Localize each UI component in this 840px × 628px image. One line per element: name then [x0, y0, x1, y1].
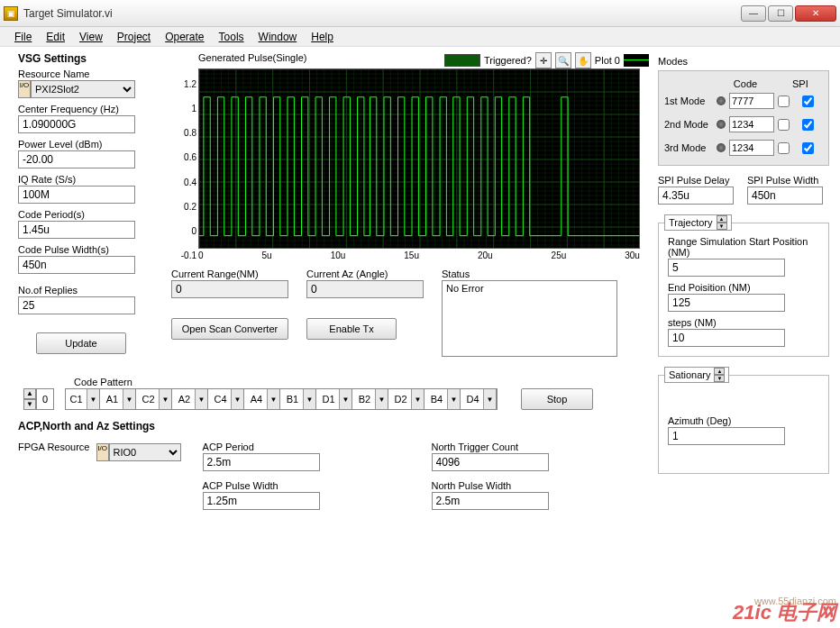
menu-edit[interactable]: Edit — [41, 29, 70, 45]
cp-item-3[interactable]: A2 — [174, 389, 196, 409]
resource-name-label: Resource Name — [18, 68, 171, 79]
cp-index[interactable]: 0 — [36, 388, 54, 410]
mode-label-1: 2nd Mode — [664, 119, 713, 130]
enable-tx-button[interactable]: Enable Tx — [306, 318, 397, 340]
traj-down[interactable]: ▼ — [717, 223, 727, 230]
cp-item-6[interactable]: B1 — [282, 389, 304, 409]
acp-period-label: ACP Period — [203, 441, 320, 452]
cp-item-5[interactable]: A4 — [246, 389, 268, 409]
cp-item-dd-11[interactable]: ▼ — [484, 389, 497, 409]
traj-end-input[interactable] — [668, 294, 785, 312]
pan-icon[interactable]: ✋ — [575, 52, 591, 68]
power-input[interactable] — [18, 150, 135, 168]
traj-start-input[interactable] — [668, 259, 785, 277]
cp-index-up[interactable]: ▲ — [23, 388, 36, 399]
cp-item-dd-6[interactable]: ▼ — [304, 389, 316, 409]
mode-chk-1[interactable] — [778, 119, 790, 131]
traj-steps-input[interactable] — [668, 329, 785, 347]
code-period-input[interactable] — [18, 221, 135, 239]
minimize-button[interactable]: — — [741, 5, 766, 22]
replies-input[interactable] — [18, 296, 135, 314]
code-pattern-label: Code Pattern — [74, 377, 645, 387]
menu-file[interactable]: File — [9, 29, 37, 45]
center-freq-label: Center Frequency (Hz) — [18, 104, 171, 114]
mode-label-0: 1st Mode — [664, 96, 713, 106]
acp-pw-input[interactable] — [203, 492, 320, 510]
pulse-chart[interactable] — [198, 68, 640, 249]
ntc-label: North Trigger Count — [432, 441, 549, 452]
traj-end-label: End Poisition (NM) — [668, 282, 819, 293]
window-title: Target Simulator.vi — [23, 7, 741, 20]
cp-item-2[interactable]: C2 — [138, 389, 160, 409]
stat-up[interactable]: ▲ — [714, 368, 725, 375]
maximize-button[interactable]: ☐ — [768, 5, 793, 22]
cp-item-dd-2[interactable]: ▼ — [160, 389, 172, 409]
stat-down[interactable]: ▼ — [714, 375, 725, 382]
update-button[interactable]: Update — [36, 332, 126, 354]
az-display — [306, 280, 424, 298]
scan-converter-button[interactable]: Open Scan Converter — [171, 318, 288, 340]
cp-item-dd-8[interactable]: ▼ — [376, 389, 388, 409]
cp-item-8[interactable]: B2 — [354, 389, 376, 409]
cp-item-9[interactable]: D2 — [390, 389, 412, 409]
mode-spi-0[interactable] — [802, 96, 814, 107]
close-button[interactable]: ✕ — [795, 5, 836, 22]
cp-item-7[interactable]: D1 — [318, 389, 340, 409]
ntc-input[interactable] — [432, 453, 549, 471]
mode-chk-2[interactable] — [778, 142, 790, 154]
cp-item-dd-9[interactable]: ▼ — [412, 389, 425, 409]
spi-delay-input[interactable] — [658, 187, 734, 205]
menu-help[interactable]: Help — [306, 29, 339, 45]
cp-item-dd-3[interactable]: ▼ — [196, 389, 208, 409]
menu-tools[interactable]: Tools — [214, 29, 250, 45]
mode-chk-0[interactable] — [778, 96, 790, 107]
replies-label: No.of Replies — [18, 285, 171, 296]
stat-az-input[interactable] — [668, 427, 785, 445]
spi-width-input[interactable] — [747, 187, 823, 205]
mode-spi-1[interactable] — [802, 119, 814, 131]
cp-item-dd-5[interactable]: ▼ — [268, 389, 280, 409]
plot-legend-label: Plot 0 — [595, 55, 620, 66]
menu-window[interactable]: Window — [253, 29, 303, 45]
traj-start-label: Range Simulation Start Position (NM) — [668, 236, 819, 258]
fpga-select[interactable]: RIO0 — [109, 443, 181, 461]
io-icon: I/O — [18, 80, 31, 98]
menu-project[interactable]: Project — [112, 29, 156, 45]
cp-item-0[interactable]: C1 — [66, 389, 87, 409]
mode-code-0[interactable] — [729, 93, 774, 109]
cp-item-dd-4[interactable]: ▼ — [232, 389, 244, 409]
acp-title: ACP,North and Az Settings — [18, 420, 649, 432]
status-label: Status — [442, 268, 649, 279]
center-freq-input[interactable] — [18, 115, 135, 133]
resource-name-select[interactable]: PXI2Slot2 — [31, 80, 135, 98]
code-pw-input[interactable] — [18, 256, 135, 274]
mode-spi-2[interactable] — [802, 142, 814, 154]
zoom-icon[interactable]: 🔍 — [555, 52, 571, 68]
mode-code-1[interactable] — [729, 116, 774, 132]
cp-item-dd-1[interactable]: ▼ — [123, 389, 136, 409]
acp-period-input[interactable] — [203, 453, 320, 471]
crosshair-icon[interactable]: ✛ — [535, 52, 552, 68]
menu-operate[interactable]: Operate — [160, 29, 209, 45]
stop-button[interactable]: Stop — [521, 388, 593, 410]
cp-item-10[interactable]: B4 — [426, 389, 448, 409]
io-icon: I/O — [96, 443, 109, 461]
traj-up[interactable]: ▲ — [717, 215, 727, 223]
code-pw-label: Code Pulse Width(s) — [18, 244, 171, 255]
range-label: Current Range(NM) — [171, 268, 288, 279]
menu-view[interactable]: View — [74, 29, 108, 45]
cp-index-down[interactable]: ▼ — [23, 399, 36, 410]
cp-item-dd-0[interactable]: ▼ — [87, 389, 100, 409]
menu-bar: File Edit View Project Operate Tools Win… — [0, 27, 840, 47]
cp-item-dd-10[interactable]: ▼ — [448, 389, 461, 409]
cp-item-4[interactable]: C4 — [210, 389, 232, 409]
iq-input[interactable] — [18, 186, 135, 204]
cp-item-11[interactable]: D4 — [462, 389, 484, 409]
code-period-label: Code Period(s) — [18, 209, 171, 220]
cp-item-dd-7[interactable]: ▼ — [340, 389, 352, 409]
cp-item-1[interactable]: A1 — [102, 389, 123, 409]
mode-code-2[interactable] — [729, 140, 774, 156]
vsg-title: VSG Settings — [18, 52, 171, 65]
npw-input[interactable] — [432, 492, 549, 510]
window-titlebar: ▣ Target Simulator.vi — ☐ ✕ — [0, 0, 840, 27]
